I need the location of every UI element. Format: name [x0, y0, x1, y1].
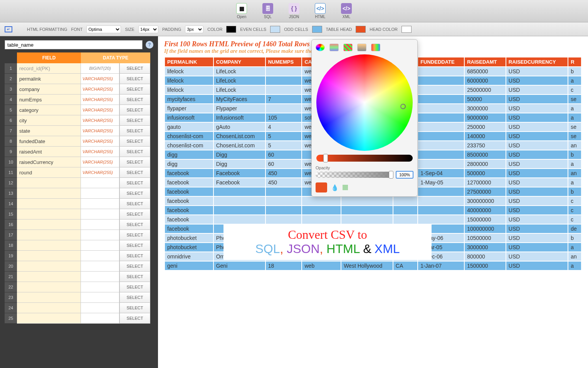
pencils-tab-icon[interactable]: [371, 44, 380, 51]
datatype-cell[interactable]: BIGINT(20): [81, 63, 119, 74]
select-button[interactable]: SELECT: [119, 136, 150, 147]
select-button[interactable]: SELECT: [119, 167, 150, 178]
colorwheel-tab-icon[interactable]: [316, 44, 325, 51]
datatype-cell[interactable]: VARCHAR(255): [81, 95, 119, 105]
field-cell[interactable]: [17, 188, 81, 199]
current-color-swatch[interactable]: [316, 182, 327, 192]
xml-button[interactable]: </> XML: [341, 3, 352, 19]
datatype-cell[interactable]: VARCHAR(255): [81, 74, 119, 84]
field-cell[interactable]: permalink: [17, 74, 81, 84]
datatype-cell[interactable]: [81, 292, 119, 303]
sliders-tab-icon[interactable]: [329, 44, 339, 51]
field-cell[interactable]: [17, 292, 81, 303]
select-button[interactable]: SELECT: [119, 147, 150, 157]
tablehead-swatch[interactable]: [356, 26, 366, 33]
datatype-cell[interactable]: [81, 282, 119, 292]
datatype-cell[interactable]: [81, 188, 119, 199]
evencells-swatch[interactable]: [270, 26, 280, 33]
field-cell[interactable]: [17, 251, 81, 261]
select-button[interactable]: SELECT: [119, 188, 150, 199]
select-button[interactable]: SELECT: [119, 240, 150, 251]
palette-tab-icon[interactable]: [343, 44, 353, 51]
datatype-cell[interactable]: VARCHAR(255): [81, 157, 119, 167]
datatype-cell[interactable]: VARCHAR(255): [81, 115, 119, 126]
opacity-thumb[interactable]: [389, 171, 393, 179]
field-cell[interactable]: record_id(PK): [17, 63, 81, 74]
field-cell[interactable]: state: [17, 126, 81, 136]
field-cell[interactable]: city: [17, 115, 81, 126]
opacity-input[interactable]: [396, 171, 413, 179]
previous-color-swatch[interactable]: [343, 185, 348, 190]
select-button[interactable]: SELECT: [119, 230, 150, 240]
select-button[interactable]: SELECT: [119, 178, 150, 188]
open-button[interactable]: ▦ Open: [236, 3, 247, 19]
brightness-slider[interactable]: [316, 155, 413, 162]
select-button[interactable]: SELECT: [119, 74, 150, 84]
color-swatch[interactable]: [226, 26, 236, 33]
field-cell[interactable]: [17, 261, 81, 272]
select-button[interactable]: SELECT: [119, 272, 150, 282]
image-tab-icon[interactable]: [357, 44, 366, 51]
field-cell[interactable]: [17, 178, 81, 188]
select-button[interactable]: SELECT: [119, 126, 150, 136]
select-button[interactable]: SELECT: [119, 313, 150, 324]
datatype-cell[interactable]: [81, 251, 119, 261]
field-cell[interactable]: fundedDate: [17, 136, 81, 147]
select-button[interactable]: SELECT: [119, 303, 150, 313]
datatype-cell[interactable]: VARCHAR(255): [81, 167, 119, 178]
padding-select[interactable]: 3px: [185, 25, 203, 33]
font-select[interactable]: Optima: [86, 25, 121, 33]
size-select[interactable]: 14px: [138, 25, 158, 33]
field-cell[interactable]: [17, 303, 81, 313]
datatype-cell[interactable]: VARCHAR(255): [81, 105, 119, 115]
field-cell[interactable]: [17, 313, 81, 324]
select-button[interactable]: SELECT: [119, 95, 150, 105]
table-name-input[interactable]: [5, 40, 143, 49]
select-button[interactable]: SELECT: [119, 251, 150, 261]
select-button[interactable]: SELECT: [119, 84, 150, 95]
field-cell[interactable]: category: [17, 105, 81, 115]
headcolor-swatch[interactable]: [402, 26, 412, 33]
field-cell[interactable]: [17, 230, 81, 240]
field-cell[interactable]: numEmps: [17, 95, 81, 105]
select-button[interactable]: SELECT: [119, 157, 150, 167]
datatype-cell[interactable]: [81, 178, 119, 188]
select-button[interactable]: SELECT: [119, 115, 150, 126]
select-button[interactable]: SELECT: [119, 219, 150, 230]
datatype-cell[interactable]: [81, 261, 119, 272]
field-cell[interactable]: [17, 272, 81, 282]
wheel-crosshair-icon[interactable]: [400, 104, 406, 109]
datatype-cell[interactable]: [81, 240, 119, 251]
datatype-cell[interactable]: [81, 219, 119, 230]
eyedropper-icon[interactable]: 💧: [331, 184, 339, 191]
field-cell[interactable]: [17, 240, 81, 251]
datatype-cell[interactable]: VARCHAR(255): [81, 126, 119, 136]
select-button[interactable]: SELECT: [119, 292, 150, 303]
datatype-cell[interactable]: [81, 230, 119, 240]
field-cell[interactable]: [17, 199, 81, 209]
sql-button[interactable]: 🗄 SQL: [262, 3, 273, 19]
brightness-thumb[interactable]: [323, 154, 328, 162]
html-button[interactable]: </> HTML: [315, 3, 326, 19]
help-icon[interactable]: ?: [146, 41, 153, 49]
select-button[interactable]: SELECT: [119, 261, 150, 272]
field-cell[interactable]: [17, 282, 81, 292]
datatype-cell[interactable]: VARCHAR(255): [81, 136, 119, 147]
field-cell[interactable]: company: [17, 84, 81, 95]
datatype-cell[interactable]: VARCHAR(255): [81, 147, 119, 157]
datatype-cell[interactable]: [81, 272, 119, 282]
oddcells-swatch[interactable]: [312, 26, 322, 33]
select-button[interactable]: SELECT: [119, 282, 150, 292]
datatype-cell[interactable]: VARCHAR(255): [81, 84, 119, 95]
select-button[interactable]: SELECT: [119, 63, 150, 74]
field-cell[interactable]: raisedCurrency: [17, 157, 81, 167]
datatype-cell[interactable]: [81, 303, 119, 313]
field-cell[interactable]: [17, 209, 81, 219]
datatype-cell[interactable]: [81, 313, 119, 324]
json-button[interactable]: { } JSON: [289, 3, 299, 19]
datatype-cell[interactable]: [81, 199, 119, 209]
field-cell[interactable]: raisedAmt: [17, 147, 81, 157]
field-cell[interactable]: [17, 219, 81, 230]
color-wheel[interactable]: [316, 54, 413, 151]
datatype-cell[interactable]: [81, 209, 119, 219]
